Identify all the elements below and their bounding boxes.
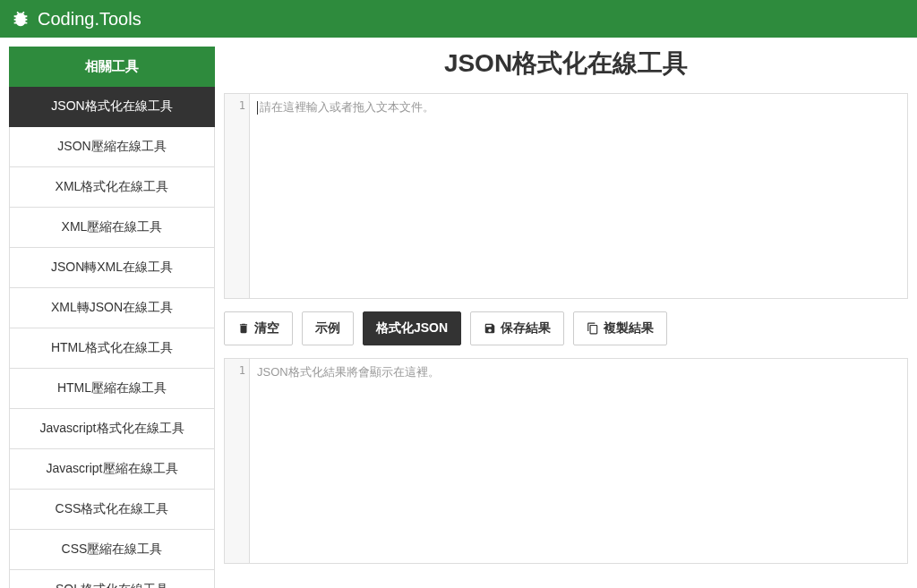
page-title: JSON格式化在線工具 <box>224 47 908 81</box>
sidebar-title: 相關工具 <box>9 47 215 87</box>
output-editor[interactable]: 1 JSON格式化結果將會顯示在這裡。 <box>224 358 908 564</box>
input-editor[interactable]: 1 請在這裡輸入或者拖入文本文件。 <box>224 93 908 299</box>
save-button[interactable]: 保存結果 <box>470 311 564 345</box>
toolbar: 清空 示例 格式化JSON 保存結果 複製結果 <box>224 311 908 345</box>
save-icon <box>484 322 496 335</box>
sidebar-item-8[interactable]: Javascript格式化在線工具 <box>9 409 215 449</box>
copy-icon <box>587 322 599 335</box>
example-button[interactable]: 示例 <box>302 311 354 345</box>
sidebar-item-7[interactable]: HTML壓縮在線工具 <box>9 369 215 409</box>
app-header: Coding.Tools <box>0 0 917 38</box>
sidebar-item-4[interactable]: JSON轉XML在線工具 <box>9 248 215 288</box>
brand-logo[interactable]: Coding.Tools <box>11 9 141 30</box>
sidebar-item-5[interactable]: XML轉JSON在線工具 <box>9 288 215 328</box>
save-label: 保存結果 <box>501 320 551 337</box>
sidebar-item-6[interactable]: HTML格式化在線工具 <box>9 328 215 369</box>
sidebar-item-11[interactable]: CSS壓縮在線工具 <box>9 530 215 570</box>
input-content[interactable]: 請在這裡輸入或者拖入文本文件。 <box>250 94 907 298</box>
input-gutter: 1 <box>225 94 250 298</box>
main-content: JSON格式化在線工具 1 請在這裡輸入或者拖入文本文件。 清空 示例 格式化J… <box>224 47 908 588</box>
copy-label: 複製結果 <box>604 320 654 337</box>
sidebar-item-10[interactable]: CSS格式化在線工具 <box>9 490 215 530</box>
sidebar-item-3[interactable]: XML壓縮在線工具 <box>9 208 215 248</box>
sidebar-item-12[interactable]: SQL格式化在線工具 <box>9 570 215 588</box>
output-content: JSON格式化結果將會顯示在這裡。 <box>250 359 907 563</box>
sidebar-item-9[interactable]: Javascript壓縮在線工具 <box>9 449 215 490</box>
output-placeholder: JSON格式化結果將會顯示在這裡。 <box>257 365 440 379</box>
example-label: 示例 <box>315 320 340 337</box>
format-button[interactable]: 格式化JSON <box>363 311 461 345</box>
sidebar-item-0[interactable]: JSON格式化在線工具 <box>9 87 215 127</box>
copy-button[interactable]: 複製結果 <box>573 311 667 345</box>
line-number: 1 <box>225 99 245 112</box>
cursor <box>257 101 258 115</box>
sidebar: 相關工具 JSON格式化在線工具JSON壓縮在線工具XML格式化在線工具XML壓… <box>9 47 215 588</box>
main-container: 相關工具 JSON格式化在線工具JSON壓縮在線工具XML格式化在線工具XML壓… <box>0 38 917 588</box>
format-label: 格式化JSON <box>376 320 448 337</box>
clear-label: 清空 <box>254 320 279 337</box>
output-gutter: 1 <box>225 359 250 563</box>
sidebar-item-2[interactable]: XML格式化在線工具 <box>9 167 215 208</box>
line-number: 1 <box>225 364 245 377</box>
clear-button[interactable]: 清空 <box>224 311 293 345</box>
bug-icon <box>11 9 30 29</box>
sidebar-item-1[interactable]: JSON壓縮在線工具 <box>9 127 215 167</box>
input-placeholder: 請在這裡輸入或者拖入文本文件。 <box>260 100 434 114</box>
brand-name: Coding.Tools <box>38 9 141 30</box>
trash-icon <box>237 322 250 335</box>
